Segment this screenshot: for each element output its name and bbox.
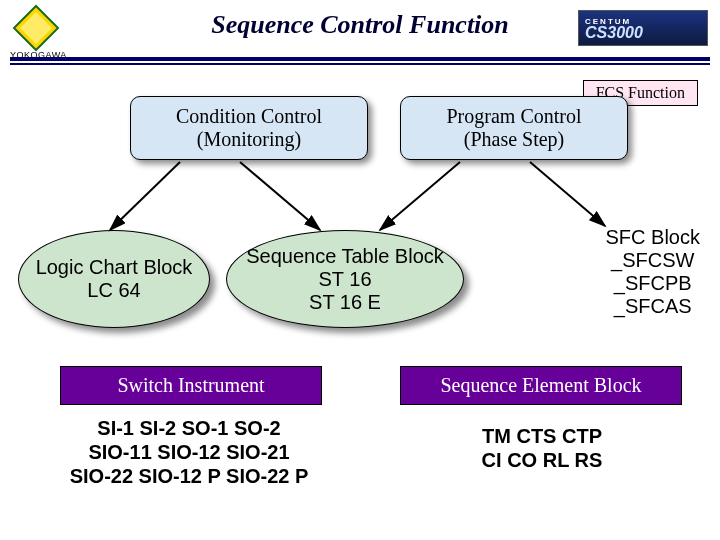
svg-line-3 bbox=[240, 162, 320, 230]
switch-instrument-bar: Switch Instrument bbox=[60, 366, 322, 405]
sequence-table-block: Sequence Table Block ST 16 ST 16 E bbox=[226, 230, 464, 328]
logic-chart-line1: Logic Chart Block bbox=[36, 256, 193, 279]
condition-control-line1: Condition Control bbox=[149, 105, 349, 128]
sfc-line1: SFC Block bbox=[606, 226, 700, 249]
svg-line-5 bbox=[530, 162, 605, 226]
centum-text-main: CS3000 bbox=[585, 26, 701, 40]
centum-logo: CENTUM CS3000 bbox=[578, 10, 708, 46]
svg-line-2 bbox=[110, 162, 180, 230]
seq-elem-l2: CI CO RL RS bbox=[402, 448, 682, 472]
logic-chart-block: Logic Chart Block LC 64 bbox=[18, 230, 210, 328]
switch-items-l2: SIO-11 SIO-12 SIO-21 bbox=[44, 440, 334, 464]
program-control-box: Program Control (Phase Step) bbox=[400, 96, 628, 160]
seq-table-line2: ST 16 bbox=[246, 268, 444, 291]
switch-items-l3: SIO-22 SIO-12 P SIO-22 P bbox=[44, 464, 334, 488]
seq-table-line3: ST 16 E bbox=[246, 291, 444, 314]
switch-instrument-list: SI-1 SI-2 SO-1 SO-2 SIO-11 SIO-12 SIO-21… bbox=[44, 416, 334, 488]
program-control-line2: (Phase Step) bbox=[419, 128, 609, 151]
seq-elem-l1: TM CTS CTP bbox=[402, 424, 682, 448]
sequence-element-bar: Sequence Element Block bbox=[400, 366, 682, 405]
condition-control-line2: (Monitoring) bbox=[149, 128, 349, 151]
header-rule-thin bbox=[10, 63, 710, 65]
seq-table-line1: Sequence Table Block bbox=[246, 245, 444, 268]
svg-line-4 bbox=[380, 162, 460, 230]
sfc-block: SFC Block _SFCSW _SFCPB _SFCAS bbox=[606, 226, 700, 318]
sfc-line4: _SFCAS bbox=[606, 295, 700, 318]
sequence-element-list: TM CTS CTP CI CO RL RS bbox=[402, 424, 682, 472]
condition-control-box: Condition Control (Monitoring) bbox=[130, 96, 368, 160]
sfc-line3: _SFCPB bbox=[606, 272, 700, 295]
program-control-line1: Program Control bbox=[419, 105, 609, 128]
switch-items-l1: SI-1 SI-2 SO-1 SO-2 bbox=[44, 416, 334, 440]
header-rule-thick bbox=[10, 57, 710, 61]
logic-chart-line2: LC 64 bbox=[36, 279, 193, 302]
sfc-line2: _SFCSW bbox=[606, 249, 700, 272]
